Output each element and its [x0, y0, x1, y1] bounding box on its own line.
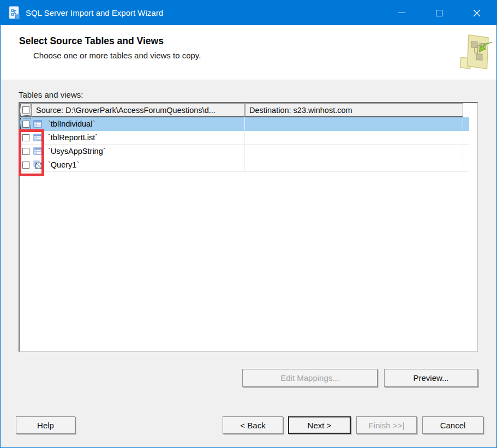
table-row[interactable]: `UsysAppString` — [20, 145, 469, 158]
focus-rect — [21, 104, 31, 115]
tables-grid[interactable]: Source: D:\GroverPark\AccessForumQuestio… — [19, 102, 478, 352]
row-checkbox[interactable] — [22, 121, 29, 128]
page-subtitle: Choose one or more tables and views to c… — [33, 51, 201, 60]
titlebar: SQL Server Import and Export Wizard — [1, 1, 496, 25]
row-checkbox-cell[interactable] — [20, 158, 32, 171]
app-document-icon — [8, 6, 21, 20]
minimize-button[interactable] — [389, 1, 414, 25]
grid-header-row: Source: D:\GroverPark\AccessForumQuestio… — [20, 103, 477, 117]
row-destination-cell[interactable] — [245, 131, 463, 144]
maximize-icon — [436, 10, 442, 16]
next-button[interactable]: Next > — [288, 416, 351, 434]
preview-button[interactable]: Preview... — [384, 369, 478, 387]
row-source-cell[interactable]: `tblReportList` — [32, 131, 245, 144]
minimize-icon — [398, 13, 405, 13]
row-checkbox-cell[interactable] — [20, 131, 32, 144]
source-table-name: `UsysAppString` — [48, 147, 106, 156]
query-icon — [33, 160, 42, 169]
row-source-cell[interactable]: `UsysAppString` — [32, 145, 245, 158]
row-destination-cell[interactable] — [245, 158, 463, 171]
row-checkbox-cell[interactable] — [20, 117, 32, 130]
edit-mappings-button[interactable]: Edit Mappings... — [242, 369, 378, 387]
wizard-window: SQL Server Import and Export Wizard Sele… — [0, 0, 497, 448]
source-column-header[interactable]: Source: D:\GroverPark\AccessForumQuestio… — [32, 103, 245, 117]
table-row[interactable]: `tblIndividual` — [20, 117, 469, 131]
table-row[interactable]: `Query1` — [20, 158, 469, 172]
row-checkbox-cell[interactable] — [20, 145, 32, 158]
page-header: Select Source Tables and Views Choose on… — [1, 25, 497, 80]
tables-and-views-label: Tables and views: — [19, 90, 83, 99]
row-checkbox[interactable] — [22, 134, 29, 141]
source-table-name: `tblIndividual` — [48, 120, 95, 128]
table-icon — [33, 120, 42, 128]
table-row[interactable]: `tblReportList` — [20, 131, 469, 145]
row-destination-cell[interactable] — [245, 117, 463, 130]
window-title: SQL Server Import and Export Wizard — [26, 8, 163, 17]
back-button[interactable]: < Back — [223, 416, 283, 434]
destination-column-header[interactable]: Destination: s23.winhost.com — [245, 103, 463, 117]
row-checkbox[interactable] — [22, 148, 29, 155]
finish-button[interactable]: Finish >>| — [356, 416, 417, 434]
maximize-button[interactable] — [427, 1, 452, 25]
table-icon — [33, 133, 42, 142]
table-icon — [33, 147, 42, 156]
row-source-cell[interactable]: `tblIndividual` — [32, 117, 245, 130]
cancel-button[interactable]: Cancel — [422, 416, 483, 434]
row-checkbox[interactable] — [22, 162, 29, 169]
row-source-cell[interactable]: `Query1` — [32, 158, 245, 171]
source-table-name: `Query1` — [48, 160, 79, 169]
export-tables-icon — [457, 31, 493, 75]
page-title: Select Source Tables and Views — [19, 35, 164, 47]
select-all-header-cell[interactable] — [20, 103, 32, 117]
help-button[interactable]: Help — [16, 416, 75, 434]
close-icon — [473, 9, 481, 17]
close-button[interactable] — [464, 1, 489, 25]
window-controls — [389, 1, 496, 25]
row-destination-cell[interactable] — [245, 145, 463, 158]
source-table-name: `tblReportList` — [48, 133, 98, 142]
